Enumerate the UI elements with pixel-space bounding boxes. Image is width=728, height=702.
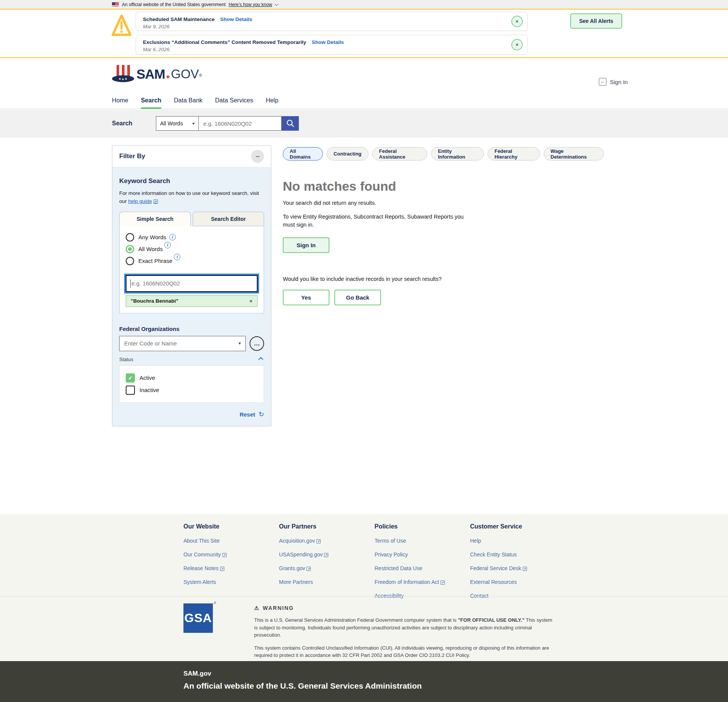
search-mode-select[interactable]: All Words ▾ <box>156 116 199 131</box>
footer-link[interactable]: Terms of Use <box>375 538 470 544</box>
external-link-icon: ↗ <box>306 567 311 571</box>
close-alert-button[interactable]: × <box>511 39 523 50</box>
search-mode-value: All Words <box>160 120 183 126</box>
refresh-icon[interactable]: ↻ <box>259 410 264 418</box>
pill-entity-information[interactable]: Entity Information <box>431 147 484 161</box>
close-alert-button[interactable]: × <box>511 16 523 27</box>
domain-filter-pills: All Domains Contracting Federal Assistan… <box>283 147 604 161</box>
no-matches-heading: No matches found <box>283 179 604 194</box>
footer-link[interactable]: Contact <box>470 593 566 599</box>
footer-link[interactable]: USASpending.gov↗ <box>279 551 375 558</box>
footer-link[interactable]: Restricted Data Use <box>375 565 470 571</box>
footer-link[interactable]: Check Entity Status <box>470 551 566 558</box>
alert-maintenance: Scheduled SAM Maintenance Show Details M… <box>136 12 528 31</box>
footer-link[interactable]: More Partners <box>279 579 375 585</box>
pill-all-domains[interactable]: All Domains <box>283 147 323 161</box>
question-buttons: Yes Go Back <box>283 290 604 305</box>
footer-link[interactable]: Our Community↗ <box>183 551 279 558</box>
caret-down-icon: ▾ <box>192 121 195 126</box>
inactive-checkbox[interactable] <box>126 386 135 395</box>
simple-search-panel: Any Words i All Words i Exact Phrase i e… <box>119 226 264 313</box>
footer-link[interactable]: Grants.gov↗ <box>279 565 375 571</box>
footer-link[interactable]: About This Site <box>183 538 279 544</box>
footer-link[interactable]: Accessibility <box>375 593 470 599</box>
footer-link[interactable]: Acquisition.gov↗ <box>279 538 375 544</box>
exact-phrase-radio[interactable] <box>126 257 134 265</box>
footer-link[interactable]: External Resources <box>470 579 566 585</box>
nav-item-search[interactable]: Search <box>141 94 161 109</box>
any-words-label: Any Words <box>138 234 166 240</box>
status-row-active: ✓ Active <box>126 373 258 383</box>
nav-item-help[interactable]: Help <box>266 94 278 109</box>
sign-in-link[interactable]: ← Sign In <box>599 78 628 86</box>
external-link-icon: ↗ <box>523 567 527 571</box>
footer-link[interactable]: Freedom of Information Act↗ <box>375 579 470 585</box>
help-guide-link[interactable]: help guide <box>128 198 152 204</box>
go-back-button[interactable]: Go Back <box>334 290 381 305</box>
how-you-know-link[interactable]: Here’s how you know <box>229 2 272 7</box>
collapse-filters-button[interactable]: – <box>251 150 264 163</box>
chevron-up-icon[interactable] <box>258 357 263 362</box>
reset-row: Reset ↻ <box>119 410 264 418</box>
pill-wage-determinations[interactable]: Wage Determinations <box>544 147 604 161</box>
footer-link[interactable]: Release Notes↗ <box>183 565 279 571</box>
footer-col-our-partners: Our Partners Acquisition.gov↗ USASpendin… <box>279 523 375 606</box>
registered-mark: ® <box>199 73 202 78</box>
more-options-button[interactable]: … <box>250 336 264 351</box>
identifier-site: SAM.gov <box>183 670 211 678</box>
remove-chip-icon[interactable]: × <box>249 298 253 304</box>
keyword-input[interactable]: e.g. 1606N020Q02 <box>126 275 258 292</box>
search-bar-row: Search All Words ▾ <box>0 109 728 138</box>
federal-orgs-heading: Federal Organizations <box>119 326 264 332</box>
sign-in-button[interactable]: Sign In <box>283 237 329 253</box>
close-icon: × <box>516 41 519 48</box>
footer-link[interactable]: System Alerts <box>183 579 279 585</box>
pill-contracting[interactable]: Contracting <box>327 147 368 161</box>
external-link-icon: ↗ <box>220 567 224 571</box>
tab-search-editor[interactable]: Search Editor <box>193 212 264 226</box>
footer-link[interactable]: Help <box>470 538 566 544</box>
active-checkbox[interactable]: ✓ <box>126 373 135 383</box>
any-words-radio[interactable] <box>126 233 134 242</box>
show-details-link[interactable]: Show Details <box>312 39 344 45</box>
info-icon[interactable]: i <box>174 254 180 260</box>
show-details-link[interactable]: Show Details <box>220 16 252 22</box>
footer-link[interactable]: Privacy Policy <box>375 551 470 558</box>
inactive-records-question: Would you like to include inactive recor… <box>283 276 604 282</box>
close-icon: × <box>516 18 519 24</box>
status-options-box: ✓ Active Inactive <box>119 365 264 403</box>
yes-button[interactable]: Yes <box>283 290 329 305</box>
sam-gov-logo[interactable]: ★ ★ ★ SAM ★ GOV ® <box>111 64 202 84</box>
nav-item-data-services[interactable]: Data Services <box>215 94 253 109</box>
tab-simple-search[interactable]: Simple Search <box>119 212 191 226</box>
see-all-alerts-button[interactable]: See All Alerts <box>570 13 622 29</box>
footer-col-our-website: Our Website About This Site Our Communit… <box>183 523 279 606</box>
pill-federal-hierarchy[interactable]: Federal Hierarchy <box>488 147 540 161</box>
info-icon[interactable]: i <box>169 234 176 240</box>
search-button[interactable] <box>282 116 299 131</box>
reset-link[interactable]: Reset <box>240 411 255 418</box>
federal-orgs-select[interactable]: Enter Code or Name ▾ <box>119 336 246 351</box>
footer-columns: Our Website About This Site Our Communit… <box>183 523 566 606</box>
no-results-message: Your search did not return any results. <box>283 200 604 206</box>
search-input[interactable] <box>199 116 282 131</box>
brand-star-icon: ★ <box>165 73 170 80</box>
federal-orgs-row: Enter Code or Name ▾ … <box>119 336 264 351</box>
info-icon[interactable]: i <box>164 242 171 248</box>
pill-federal-assistance[interactable]: Federal Assistance <box>372 147 427 161</box>
search-icon <box>286 119 295 128</box>
footer-link[interactable]: Federal Service Desk↗ <box>470 565 566 571</box>
keyword-search-tabs: Simple Search Search Editor <box>119 212 264 226</box>
external-link-icon: ↗ <box>324 553 328 557</box>
minus-icon: – <box>256 152 259 160</box>
all-words-radio[interactable] <box>126 245 134 253</box>
nav-item-data-bank[interactable]: Data Bank <box>174 94 203 109</box>
svg-text:★: ★ <box>118 77 121 81</box>
nav-item-home[interactable]: Home <box>112 94 128 109</box>
external-link-icon: ↗ <box>441 580 445 585</box>
status-header-row: Status <box>119 357 264 362</box>
site-footer: Our Website About This Site Our Communit… <box>0 514 728 661</box>
exact-phrase-label: Exact Phrase <box>138 258 172 264</box>
text-cursor <box>130 279 131 288</box>
check-icon: ✓ <box>128 375 133 381</box>
